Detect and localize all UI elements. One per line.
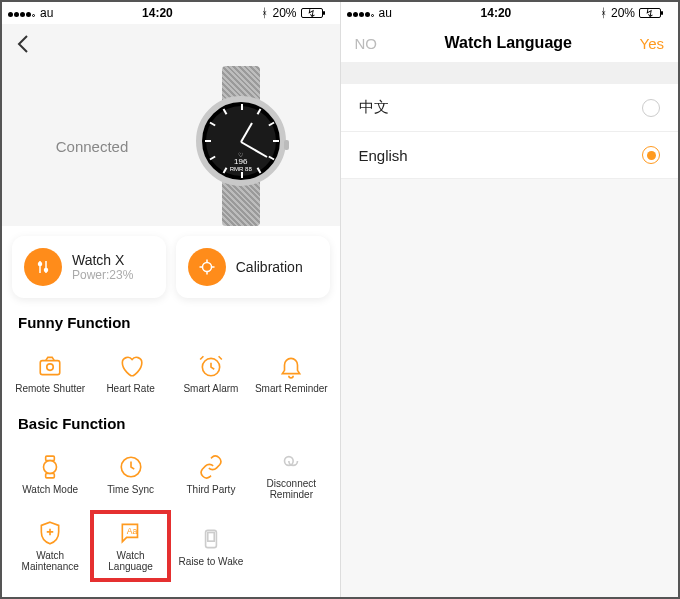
time-sync-button[interactable]: Time Sync [90, 438, 170, 510]
battery-pct: 20% [272, 6, 296, 20]
carrier-label: au [40, 6, 53, 20]
svg-rect-18 [208, 532, 215, 541]
shield-plus-icon [37, 520, 63, 546]
option-english-label: English [359, 147, 408, 164]
watch-icon [37, 454, 63, 480]
status-right-r: ᚼ 20% ↯ [600, 6, 672, 20]
status-left-r: au [347, 6, 392, 20]
device-header: Connected ♡196RMR 88 [2, 24, 340, 226]
calibration-card[interactable]: Calibration [176, 236, 330, 298]
device-icon [198, 526, 224, 552]
status-bar-right: au 14:20 ᚼ 20% ↯ [341, 2, 679, 24]
battery-icon: ↯ [301, 7, 334, 20]
radio-unselected-icon [642, 99, 660, 117]
language-option-chinese[interactable]: 中文 [341, 84, 679, 132]
battery-icon: ↯ [639, 7, 672, 20]
bluetooth-icon: ᚼ [261, 6, 268, 20]
watch-mode-label: Watch Mode [22, 484, 78, 495]
watch-mode-button[interactable]: Watch Mode [10, 438, 90, 510]
signal-dots-icon [347, 6, 375, 20]
third-party-button[interactable]: Third Party [171, 438, 251, 510]
svg-point-4 [202, 263, 211, 272]
calibration-label: Calibration [236, 259, 303, 275]
heart-rate-label: Heart Rate [106, 383, 154, 394]
smart-alarm-button[interactable]: Smart Alarm [171, 337, 251, 409]
svg-point-14 [44, 460, 57, 473]
screen-language: au 14:20 ᚼ 20% ↯ NO Watch Language Yes 中… [340, 2, 679, 597]
third-party-label: Third Party [186, 484, 235, 495]
bell-icon [278, 353, 304, 379]
empty-area [341, 179, 679, 597]
svg-point-3 [45, 269, 48, 272]
no-button[interactable]: NO [355, 35, 378, 52]
watch-language-label: Watch Language [94, 550, 166, 572]
language-option-english[interactable]: English [341, 132, 679, 179]
svg-point-10 [47, 363, 54, 370]
carrier-label-r: au [379, 6, 392, 20]
heart-rate-button[interactable]: Heart Rate [90, 337, 170, 409]
disconnect-reminder-label: Disconnect Reminder [251, 478, 331, 500]
camera-icon [37, 353, 63, 379]
option-chinese-label: 中文 [359, 98, 389, 117]
remote-shutter-label: Remote Shutter [15, 383, 85, 394]
target-icon [188, 248, 226, 286]
funny-function-header: Funny Function [2, 308, 340, 337]
connected-label: Connected [36, 138, 129, 155]
alarm-icon [198, 353, 224, 379]
infinity-icon [278, 448, 304, 474]
status-time-r: 14:20 [481, 6, 512, 20]
section-separator [341, 62, 679, 84]
watch-x-card[interactable]: Watch X Power:23% [12, 236, 166, 298]
heart-icon [118, 353, 144, 379]
watch-power: Power:23% [72, 268, 133, 282]
watch-language-button[interactable]: Aa Watch Language [90, 510, 170, 582]
status-time: 14:20 [142, 6, 173, 20]
watch-maintenance-label: Watch Maintenance [10, 550, 90, 572]
svg-point-2 [39, 263, 42, 266]
yes-button[interactable]: Yes [640, 35, 664, 52]
basic-function-grid: Watch Mode Time Sync Third Party Disconn… [2, 438, 340, 582]
funny-function-grid: Remote Shutter Heart Rate Smart Alarm Sm… [2, 337, 340, 409]
language-icon: Aa [118, 520, 144, 546]
disconnect-reminder-button[interactable]: Disconnect Reminder [251, 438, 331, 510]
watch-name: Watch X [72, 252, 133, 268]
status-cards: Watch X Power:23% Calibration [2, 226, 340, 308]
battery-pct-r: 20% [611, 6, 635, 20]
status-right: ᚼ 20% ↯ [261, 6, 333, 20]
status-bar: au 14:20 ᚼ 20% ↯ [2, 2, 340, 24]
radio-selected-icon [642, 146, 660, 164]
smart-reminder-label: Smart Reminder [255, 383, 328, 394]
screen-device: au 14:20 ᚼ 20% ↯ Connected ♡196 [2, 2, 340, 597]
raise-to-wake-button[interactable]: Raise to Wake [171, 510, 251, 582]
hr-unit: RMR 88 [230, 166, 252, 172]
remote-shutter-button[interactable]: Remote Shutter [10, 337, 90, 409]
bluetooth-icon: ᚼ [600, 6, 607, 20]
back-button[interactable] [12, 32, 36, 56]
smart-alarm-label: Smart Alarm [183, 383, 238, 394]
raise-to-wake-label: Raise to Wake [179, 556, 244, 567]
basic-function-header: Basic Function [2, 409, 340, 438]
svg-text:Aa: Aa [126, 526, 137, 536]
svg-rect-9 [40, 360, 60, 374]
sync-icon [118, 454, 144, 480]
watch-maintenance-button[interactable]: Watch Maintenance [10, 510, 90, 582]
watch-image: ♡196RMR 88 [176, 66, 306, 226]
page-title: Watch Language [445, 34, 572, 52]
language-navbar: NO Watch Language Yes [341, 24, 679, 62]
smart-reminder-button[interactable]: Smart Reminder [251, 337, 331, 409]
two-phone-screens: au 14:20 ᚼ 20% ↯ Connected ♡196 [0, 0, 680, 599]
link-icon [198, 454, 224, 480]
hr-value: 196 [230, 158, 252, 166]
status-left: au [8, 6, 53, 20]
time-sync-label: Time Sync [107, 484, 154, 495]
sliders-icon [24, 248, 62, 286]
signal-dots-icon [8, 6, 36, 20]
